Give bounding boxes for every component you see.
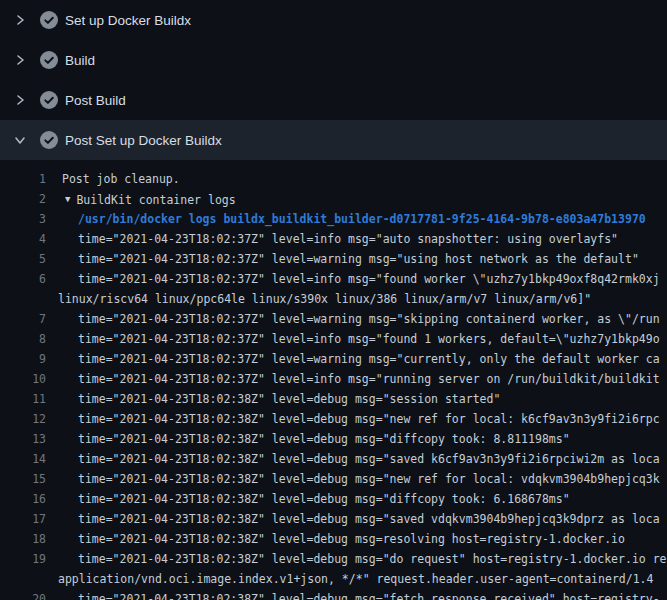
step-label: Post Build xyxy=(65,93,126,108)
check-circle-icon xyxy=(40,91,58,109)
log-panel: 1 Post job cleanup. 2 ▼BuildKit containe… xyxy=(0,160,667,600)
log-line-text: time="2021-04-23T18:02:38Z" level=debug … xyxy=(58,529,625,549)
log-line-text: time="2021-04-23T18:02:38Z" level=debug … xyxy=(58,489,570,509)
log-line-text: linux/riscv64 linux/ppc64le linux/s390x … xyxy=(58,289,591,309)
steps-list: Set up Docker Buildx Build xyxy=(0,0,667,160)
log-line-number[interactable]: 13 xyxy=(0,429,46,449)
log-line-number[interactable]: 15 xyxy=(0,469,46,489)
log-line-text: time="2021-04-23T18:02:38Z" level=debug … xyxy=(58,549,667,569)
log-line-number xyxy=(0,289,46,309)
log-line: 17 time="2021-04-23T18:02:38Z" level=deb… xyxy=(0,509,667,529)
log-line-number[interactable]: 9 xyxy=(0,349,46,369)
chevron-right-icon xyxy=(12,12,28,28)
log-line: 13 time="2021-04-23T18:02:38Z" level=deb… xyxy=(0,429,667,449)
log-line: 20 time="2021-04-23T18:02:38Z" level=deb… xyxy=(0,589,667,600)
log-line: 8 time="2021-04-23T18:02:37Z" level=info… xyxy=(0,329,667,349)
triangle-down-icon: ▼ xyxy=(65,189,70,209)
log-line-text: time="2021-04-23T18:02:37Z" level=warnin… xyxy=(58,349,660,369)
log-line-number[interactable]: 18 xyxy=(0,529,46,549)
log-line: 11 time="2021-04-23T18:02:38Z" level=deb… xyxy=(0,389,667,409)
log-line: 12 time="2021-04-23T18:02:38Z" level=deb… xyxy=(0,409,667,429)
step-label: Set up Docker Buildx xyxy=(65,13,191,28)
log-line-text: time="2021-04-23T18:02:38Z" level=debug … xyxy=(58,449,660,469)
log-line-number[interactable]: 1 xyxy=(0,169,46,189)
log-line: 18 time="2021-04-23T18:02:38Z" level=deb… xyxy=(0,529,667,549)
log-line: 1 Post job cleanup. xyxy=(0,169,667,189)
log-line-text: /usr/bin/docker logs buildx_buildkit_bui… xyxy=(58,209,646,229)
chevron-down-icon xyxy=(12,132,28,148)
log-line-number[interactable]: 16 xyxy=(0,489,46,509)
log-line-number[interactable]: 10 xyxy=(0,369,46,389)
log-line: 4 time="2021-04-23T18:02:37Z" level=info… xyxy=(0,229,667,249)
log-line-number[interactable]: 12 xyxy=(0,409,46,429)
step-row[interactable]: Post Set up Docker Buildx xyxy=(0,120,667,160)
log-line-text: time="2021-04-23T18:02:37Z" level=info m… xyxy=(58,269,660,289)
log-line: 5 time="2021-04-23T18:02:37Z" level=warn… xyxy=(0,249,667,269)
step-label: Post Set up Docker Buildx xyxy=(65,133,222,148)
log-line: 7 time="2021-04-23T18:02:37Z" level=warn… xyxy=(0,309,667,329)
step-row[interactable]: Post Build xyxy=(0,80,667,120)
log-line-text: time="2021-04-23T18:02:37Z" level=info m… xyxy=(58,369,660,389)
log-line: linux/riscv64 linux/ppc64le linux/s390x … xyxy=(0,289,667,309)
log-line-number[interactable]: 5 xyxy=(0,249,46,269)
log-line-number[interactable]: 3 xyxy=(0,209,46,229)
log-line-text: Post job cleanup. xyxy=(58,169,180,189)
log-line: 9 time="2021-04-23T18:02:37Z" level=warn… xyxy=(0,349,667,369)
log-line: application/vnd.oci.image.index.v1+json,… xyxy=(0,569,667,589)
chevron-right-icon xyxy=(12,52,28,68)
log-line-text: time="2021-04-23T18:02:38Z" level=debug … xyxy=(58,589,660,600)
log-line-text: time="2021-04-23T18:02:38Z" level=debug … xyxy=(58,409,660,429)
log-line: 14 time="2021-04-23T18:02:38Z" level=deb… xyxy=(0,449,667,469)
log-line-number[interactable]: 14 xyxy=(0,449,46,469)
log-line-number[interactable]: 7 xyxy=(0,309,46,329)
check-circle-icon xyxy=(40,11,58,29)
check-circle-icon xyxy=(40,51,58,69)
log-line-text: time="2021-04-23T18:02:37Z" level=warnin… xyxy=(58,309,660,329)
log-line-number[interactable]: 17 xyxy=(0,509,46,529)
log-line: 6 time="2021-04-23T18:02:37Z" level=info… xyxy=(0,269,667,289)
step-row[interactable]: Set up Docker Buildx xyxy=(0,0,667,40)
log-line-number[interactable]: 8 xyxy=(0,329,46,349)
log-line-text: time="2021-04-23T18:02:38Z" level=debug … xyxy=(58,469,660,489)
workflow-log-viewer: Set up Docker Buildx Build xyxy=(0,0,667,600)
check-circle-icon xyxy=(40,131,58,149)
log-line-number[interactable]: 6 xyxy=(0,269,46,289)
log-line: 19 time="2021-04-23T18:02:38Z" level=deb… xyxy=(0,549,667,569)
log-line-number[interactable]: 19 xyxy=(0,549,46,569)
log-line: 10 time="2021-04-23T18:02:37Z" level=inf… xyxy=(0,369,667,389)
log-line-number[interactable]: 2 xyxy=(0,189,46,209)
step-row[interactable]: Build xyxy=(0,40,667,80)
log-line-text: time="2021-04-23T18:02:37Z" level=info m… xyxy=(58,229,618,249)
log-group-toggle[interactable]: ▼BuildKit container logs xyxy=(58,189,236,209)
log-line-number[interactable]: 4 xyxy=(0,229,46,249)
log-line: 16 time="2021-04-23T18:02:38Z" level=deb… xyxy=(0,489,667,509)
log-line-text: time="2021-04-23T18:02:37Z" level=warnin… xyxy=(58,249,639,269)
log-line-text: application/vnd.oci.image.index.v1+json,… xyxy=(58,569,653,589)
log-line: 2 ▼BuildKit container logs xyxy=(0,189,667,209)
log-line-number[interactable]: 11 xyxy=(0,389,46,409)
log-line: 3 /usr/bin/docker logs buildx_buildkit_b… xyxy=(0,209,667,229)
log-line-text: time="2021-04-23T18:02:38Z" level=debug … xyxy=(58,389,500,409)
log-line-text: time="2021-04-23T18:02:37Z" level=info m… xyxy=(58,329,660,349)
chevron-right-icon xyxy=(12,92,28,108)
log-line-number[interactable]: 20 xyxy=(0,589,46,600)
log-line-text: time="2021-04-23T18:02:38Z" level=debug … xyxy=(58,509,660,529)
step-label: Build xyxy=(65,53,95,68)
log-line-text: time="2021-04-23T18:02:38Z" level=debug … xyxy=(58,429,570,449)
log-line-number xyxy=(0,569,46,589)
log-line: 15 time="2021-04-23T18:02:38Z" level=deb… xyxy=(0,469,667,489)
